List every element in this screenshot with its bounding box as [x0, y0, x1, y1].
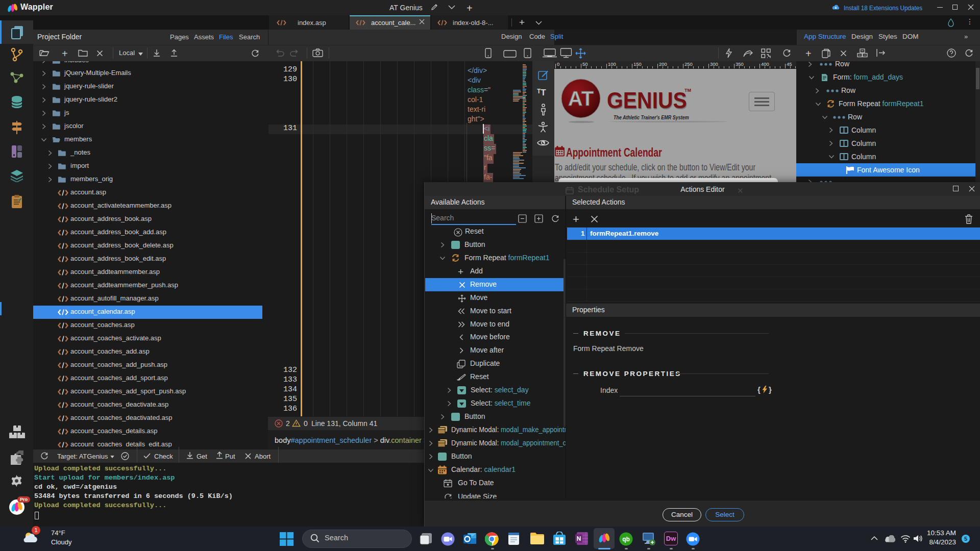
svg-text:AT: AT — [568, 87, 594, 110]
svg-text:qb: qb — [622, 536, 630, 543]
